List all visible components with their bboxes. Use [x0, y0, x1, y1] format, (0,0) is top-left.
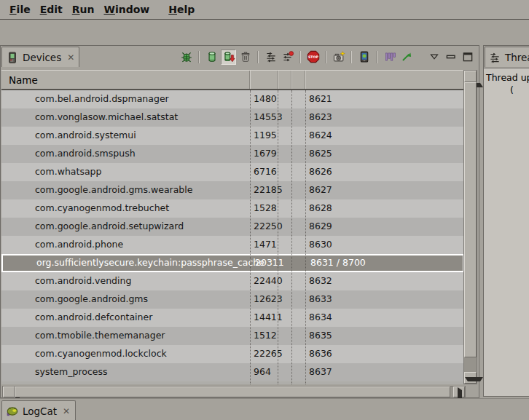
close-icon[interactable]: ✕ [63, 406, 70, 416]
process-name: com.android.phone [35, 239, 123, 250]
process-port: 8631 / 8700 [310, 257, 366, 268]
device-phone-icon [6, 51, 19, 64]
method-profiling-arrow-icon[interactable] [399, 49, 414, 65]
systrace-icon[interactable] [382, 49, 397, 65]
menu-help[interactable]: Help [168, 4, 195, 15]
devices-tab-row: Devices ✕ STOP [1, 46, 479, 68]
scroll-left-button[interactable] [3, 387, 15, 397]
process-pid: 964 [254, 366, 271, 377]
process-port: 8623 [309, 111, 332, 122]
table-row[interactable]: com.android.systemui11958624 [1, 127, 464, 145]
threads-message-line1: Thread up [486, 72, 529, 83]
column-divider[interactable] [305, 71, 306, 89]
vertical-scroll-thumb[interactable] [464, 82, 477, 357]
column-separator [278, 90, 278, 384]
horizontal-scroll-thumb[interactable] [15, 387, 450, 397]
horizontal-scrollbar[interactable] [2, 386, 466, 398]
table-header[interactable]: Name [1, 70, 464, 90]
process-port: 8630 [309, 239, 332, 250]
close-icon[interactable]: ✕ [67, 52, 74, 63]
table-row[interactable]: com.android.vending224408632 [1, 272, 464, 290]
table-row[interactable]: com.tmobile.thememanager15128635 [1, 327, 464, 345]
vertical-scrollbar[interactable] [463, 70, 477, 384]
update-heap-icon[interactable] [204, 49, 219, 65]
column-separator [305, 90, 306, 384]
menu-bar: FileEditRunWindowHelp [0, 0, 529, 20]
process-name: com.android.systemui [35, 130, 136, 140]
table-row[interactable]: system_process9648637 [1, 363, 464, 381]
toolbar-separator [350, 51, 352, 63]
maximize-icon[interactable] [460, 49, 475, 65]
column-divider[interactable] [249, 71, 251, 89]
toolbar-separator [376, 51, 377, 63]
column-divider[interactable] [291, 71, 292, 89]
devices-panel: Devices ✕ STOP Name com.bel.android.dspm… [0, 45, 479, 398]
column-separator [291, 90, 292, 384]
process-pid: 1480 [254, 93, 277, 104]
threads-icon [488, 51, 501, 64]
process-pid: 1679 [254, 148, 277, 159]
table-row[interactable]: com.bel.android.dspmanager14808621 [1, 90, 464, 108]
screen-capture-icon[interactable] [331, 49, 346, 65]
toolbar-separator [299, 51, 301, 63]
scroll-up-button[interactable] [464, 71, 477, 82]
table-row-selected[interactable]: org.sufficientlysecure.keychain:passphra… [1, 254, 464, 272]
process-name: com.google.android.gms.wearable [35, 184, 192, 195]
table-row[interactable]: com.google.android.setupwizard222508629 [1, 218, 464, 236]
column-header-name[interactable]: Name [9, 74, 38, 86]
process-name: com.tmobile.thememanager [35, 330, 165, 341]
table-row[interactable]: com.whatsapp67168626 [1, 163, 464, 181]
threads-panel: Threads Thread up ( [483, 45, 529, 397]
logcat-tab-label: LogCat [23, 405, 57, 417]
menu-edit[interactable]: Edit [40, 4, 63, 15]
process-name: com.android.vending [35, 275, 131, 286]
table-row[interactable]: com.google.android.gms.wearable221858627 [1, 181, 464, 199]
update-threads-icon[interactable] [263, 49, 278, 65]
process-name: com.cyanogenmod.trebuchet [35, 202, 169, 213]
stop-process-icon[interactable]: STOP [305, 49, 321, 65]
devices-tab-label: Devices [23, 52, 61, 63]
cause-gc-icon[interactable] [238, 49, 253, 65]
process-port: 8628 [309, 202, 332, 213]
tab-devices[interactable]: Devices ✕ [1, 47, 79, 67]
debug-attach-icon[interactable] [179, 49, 194, 65]
process-port: 8624 [309, 130, 332, 140]
tab-threads[interactable]: Threads [485, 47, 529, 67]
table-row[interactable]: com.android.defcontainer144118634 [1, 309, 464, 327]
process-table: com.bel.android.dspmanager14808621com.vo… [1, 90, 464, 384]
dump-hprof-icon[interactable] [221, 49, 236, 65]
view-menu-icon[interactable] [426, 49, 442, 65]
table-row[interactable]: com.cyanogenmod.lockclock222658636 [1, 345, 464, 363]
menu-file[interactable]: File [9, 4, 31, 15]
table-row[interactable]: com.android.phone14718630 [1, 236, 464, 254]
table-row[interactable]: com.android.smspush16798625 [1, 145, 464, 163]
process-port: 8635 [309, 330, 332, 341]
table-row[interactable]: com.cyanogenmod.trebuchet15288628 [1, 199, 464, 218]
minimize-icon[interactable] [443, 49, 458, 65]
process-name: org.sufficientlysecure.keychain:passphra… [36, 257, 264, 268]
process-port: 8621 [309, 93, 332, 104]
threads-tab-label: Threads [505, 52, 529, 63]
menu-run[interactable]: Run [72, 4, 95, 15]
devices-view-toolbar: STOP [178, 48, 476, 66]
column-divider[interactable] [277, 71, 278, 89]
logcat-icon [6, 405, 19, 418]
logcat-bar: LogCat ✕ [0, 398, 529, 420]
scroll-right-button[interactable] [453, 387, 465, 397]
process-name: com.cyanogenmod.lockclock [35, 348, 167, 359]
start-profiling-icon[interactable] [280, 49, 295, 65]
table-row[interactable]: com.google.android.gms126238633 [1, 290, 464, 309]
process-port: 8627 [309, 184, 332, 195]
threads-message-line2: ( [510, 84, 514, 95]
process-pid: 1195 [254, 130, 277, 140]
process-pid: 20311 [255, 257, 284, 268]
process-port: 8633 [309, 293, 332, 304]
process-pid: 1512 [254, 330, 277, 341]
tab-logcat[interactable]: LogCat ✕ [1, 400, 76, 420]
view-hierarchy-icon[interactable] [356, 49, 372, 65]
scroll-down-button[interactable] [464, 372, 477, 384]
process-name: com.whatsapp [35, 166, 101, 177]
table-row[interactable]: com.vonglasow.michael.satstat145538623 [1, 108, 464, 127]
ddms-window: FileEditRunWindowHelp Devices ✕ STOP Nam… [0, 0, 529, 420]
menu-window[interactable]: Window [103, 4, 149, 15]
